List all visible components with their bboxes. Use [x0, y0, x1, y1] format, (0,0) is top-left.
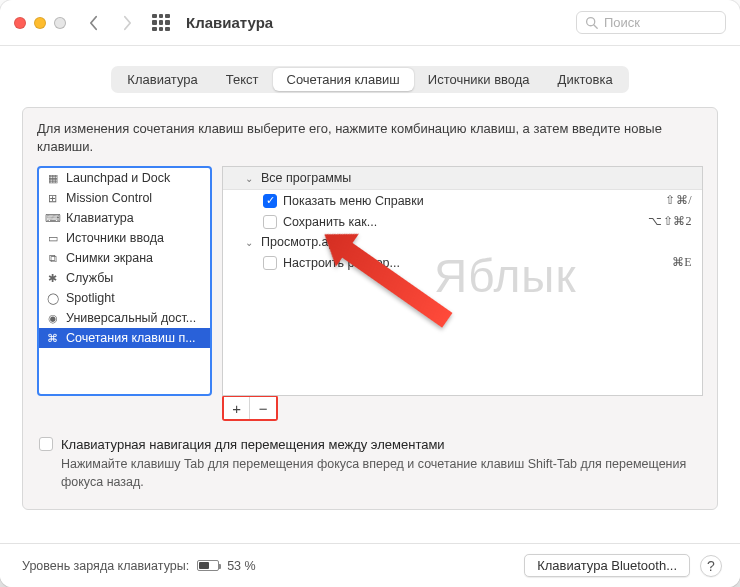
shortcut-label: Настроить размер... [283, 256, 666, 270]
search-input[interactable]: Поиск [576, 11, 726, 34]
input-icon: ▭ [45, 232, 60, 245]
shortcut-checkbox[interactable] [263, 256, 277, 270]
preferences-window: Клавиатура Поиск КлавиатураТекстСочетани… [0, 0, 740, 587]
group-label: Просмотр.app [261, 235, 692, 249]
mission-icon: ⊞ [45, 192, 60, 205]
window-title: Клавиатура [186, 14, 273, 31]
keyboard-nav-row: Клавиатурная навигация для перемещения м… [39, 437, 703, 452]
tab-4[interactable]: Диктовка [544, 68, 627, 91]
shortcut-label: Сохранить как... [283, 215, 642, 229]
tab-2[interactable]: Сочетания клавиш [273, 68, 414, 91]
sidebar-item-label: Универсальный дост... [66, 311, 196, 325]
spotlight-icon: ◯ [45, 292, 60, 305]
sidebar-item-apps[interactable]: ⌘Сочетания клавиш п... [39, 328, 210, 348]
shortcut-row[interactable]: Настроить размер...⌘E [223, 252, 702, 273]
add-button[interactable]: + [224, 397, 250, 419]
battery-status: Уровень заряда клавиатуры: 53 % [22, 559, 256, 573]
chevron-down-icon: ⌄ [245, 237, 255, 248]
tab-0[interactable]: Клавиатура [113, 68, 211, 91]
keyboard-nav-hint: Нажимайте клавишу Tab для перемещения фо… [61, 456, 703, 491]
sidebar-item-input[interactable]: ▭Источники ввода [39, 228, 210, 248]
zoom-icon[interactable] [54, 17, 66, 29]
battery-percent: 53 % [227, 559, 256, 573]
shortcut-group-header[interactable]: ⌄Все программы [223, 167, 702, 190]
shortcut-list[interactable]: Яблык ⌄Все программы✓Показать меню Справ… [222, 166, 703, 396]
sidebar-item-launchpad[interactable]: ▦Launchpad и Dock [39, 168, 210, 188]
sidebar-item-label: Сочетания клавиш п... [66, 331, 196, 345]
group-label: Все программы [261, 171, 692, 185]
search-icon [585, 16, 598, 29]
battery-label: Уровень заряда клавиатуры: [22, 559, 189, 573]
sidebar-item-spotlight[interactable]: ◯Spotlight [39, 288, 210, 308]
chevron-down-icon: ⌄ [245, 173, 255, 184]
shortcut-label: Показать меню Справки [283, 194, 659, 208]
a11y-icon: ◉ [45, 312, 60, 325]
shortcut-keys: ⇧⌘/ [665, 193, 692, 208]
sidebar-item-label: Spotlight [66, 291, 115, 305]
shortcut-row[interactable]: ✓Показать меню Справки⇧⌘/ [223, 190, 702, 211]
traffic-lights [14, 17, 66, 29]
sidebar-item-label: Клавиатура [66, 211, 134, 225]
category-list[interactable]: ▦Launchpad и Dock⊞Mission Control⌨Клавиа… [37, 166, 212, 396]
shortcut-keys: ⌘E [672, 255, 692, 270]
launchpad-icon: ▦ [45, 172, 60, 185]
shortcut-keys: ⌥⇧⌘2 [648, 214, 692, 229]
content: КлавиатураТекстСочетания клавишИсточники… [0, 46, 740, 510]
sidebar-item-label: Launchpad и Dock [66, 171, 170, 185]
close-icon[interactable] [14, 17, 26, 29]
tab-1[interactable]: Текст [212, 68, 273, 91]
shortcut-row[interactable]: Сохранить как...⌥⇧⌘2 [223, 211, 702, 232]
keyboard-nav-label: Клавиатурная навигация для перемещения м… [61, 437, 445, 452]
all-prefs-icon[interactable] [152, 14, 170, 32]
sidebar-item-keyboard[interactable]: ⌨Клавиатура [39, 208, 210, 228]
forward-button[interactable] [114, 11, 140, 35]
sidebar-item-services[interactable]: ✱Службы [39, 268, 210, 288]
add-remove-bar: + − [222, 395, 278, 421]
battery-icon [197, 560, 219, 571]
sidebar-item-a11y[interactable]: ◉Универсальный дост... [39, 308, 210, 328]
screenshot-icon: ⧉ [45, 252, 60, 265]
sidebar-item-label: Источники ввода [66, 231, 164, 245]
bluetooth-button[interactable]: Клавиатура Bluetooth... [524, 554, 690, 577]
back-button[interactable] [80, 11, 106, 35]
apps-icon: ⌘ [45, 332, 60, 345]
remove-button[interactable]: − [250, 397, 276, 419]
sidebar-item-label: Mission Control [66, 191, 152, 205]
sidebar-item-mission[interactable]: ⊞Mission Control [39, 188, 210, 208]
footer: Уровень заряда клавиатуры: 53 % Клавиату… [0, 543, 740, 587]
tab-3[interactable]: Источники ввода [414, 68, 544, 91]
shortcuts-panel: Для изменения сочетания клавиш выберите … [22, 107, 718, 510]
help-button[interactable]: ? [700, 555, 722, 577]
search-placeholder: Поиск [604, 15, 640, 30]
lists-container: ▦Launchpad и Dock⊞Mission Control⌨Клавиа… [37, 166, 703, 396]
panel-description: Для изменения сочетания клавиш выберите … [37, 120, 703, 156]
services-icon: ✱ [45, 272, 60, 285]
keyboard-nav-checkbox[interactable] [39, 437, 53, 451]
sidebar-item-screenshot[interactable]: ⧉Снимки экрана [39, 248, 210, 268]
shortcut-checkbox[interactable] [263, 215, 277, 229]
shortcut-checkbox[interactable]: ✓ [263, 194, 277, 208]
svg-line-1 [594, 25, 597, 28]
keyboard-icon: ⌨ [45, 212, 60, 225]
titlebar: Клавиатура Поиск [0, 0, 740, 46]
tabbar: КлавиатураТекстСочетания клавишИсточники… [22, 66, 718, 93]
sidebar-item-label: Снимки экрана [66, 251, 153, 265]
sidebar-item-label: Службы [66, 271, 113, 285]
shortcut-group-header[interactable]: ⌄Просмотр.app [223, 232, 702, 252]
minimize-icon[interactable] [34, 17, 46, 29]
